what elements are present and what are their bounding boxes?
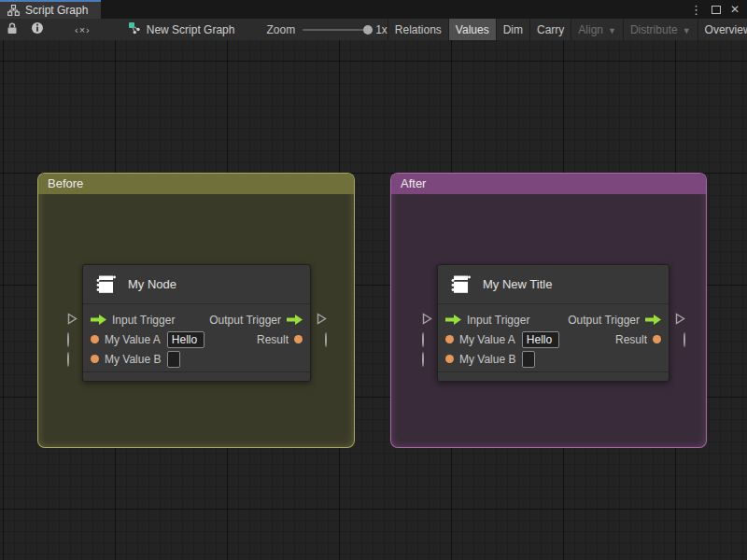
value-b-outer-port[interactable]: [422, 353, 424, 366]
result-outer-port[interactable]: [325, 333, 327, 346]
node-title: My Node: [128, 277, 176, 291]
code-icon: ‹×›: [58, 24, 107, 35]
distribute-dropdown[interactable]: Distribute ▼: [624, 19, 698, 40]
value-a-outer-port[interactable]: [422, 333, 424, 346]
value-b-outer-port[interactable]: [67, 353, 69, 366]
align-label: Align: [578, 23, 603, 36]
close-icon[interactable]: ✕: [730, 4, 740, 15]
distribute-label: Distribute: [630, 23, 678, 36]
input-trigger-outer-port[interactable]: [67, 313, 78, 328]
flow-arrow-icon[interactable]: [91, 315, 106, 325]
output-trigger-outer-port[interactable]: [317, 313, 327, 328]
graph-asset-button[interactable]: New Script Graph: [119, 19, 245, 40]
graph-toolbar: ‹×› New Script Graph Zoom 1x Rel: [0, 19, 747, 40]
value-b-input[interactable]: [167, 351, 180, 368]
port-row-value-a: My Value A Result: [438, 329, 669, 349]
tab-title: Script Graph: [25, 4, 88, 17]
maximize-icon[interactable]: [712, 6, 721, 14]
values-toggle[interactable]: Values: [449, 19, 496, 40]
relations-toggle[interactable]: Relations: [388, 19, 448, 40]
value-port-icon[interactable]: [91, 355, 99, 363]
chevron-down-icon: ▼: [683, 26, 691, 35]
value-a-input[interactable]: [167, 331, 204, 348]
result-label: Result: [615, 333, 647, 346]
zoom-value: 1x: [375, 23, 388, 36]
flow-arrow-icon[interactable]: [445, 315, 461, 325]
node-my-new-title[interactable]: My New Title Input Trigger Output Trigge…: [437, 264, 669, 382]
info-icon: [31, 21, 44, 37]
info-button[interactable]: [24, 19, 50, 40]
flow-arrow-icon[interactable]: [287, 315, 303, 325]
window-menu-icon[interactable]: ⋮: [690, 4, 702, 16]
dim-toggle[interactable]: Dim: [497, 19, 529, 40]
port-row-trigger: Input Trigger Output Trigger: [83, 310, 310, 329]
group-after-header[interactable]: After: [391, 174, 706, 194]
value-a-input[interactable]: [522, 331, 559, 348]
output-trigger-label: Output Trigger: [568, 314, 640, 327]
value-b-label: My Value B: [459, 353, 515, 366]
value-b-input[interactable]: [522, 351, 535, 368]
port-row-value-b: My Value B: [83, 349, 310, 369]
code-view-button[interactable]: ‹×›: [50, 19, 115, 40]
node-title: My New Title: [483, 277, 552, 291]
graph-nodes-icon: [128, 21, 141, 37]
overview-button[interactable]: Overview: [698, 19, 747, 40]
node-body: Input Trigger Output Trigger My Value: [83, 304, 310, 369]
zoom-slider[interactable]: [303, 29, 368, 31]
graph-name-label: New Script Graph: [147, 23, 235, 36]
tab-script-graph[interactable]: Script Graph: [0, 0, 101, 19]
script-graph-window: Script Graph ⋮ ✕: [0, 0, 747, 560]
node-my-node[interactable]: My Node Input Trigger Output Trigger: [82, 264, 311, 382]
zoom-slider-handle[interactable]: [363, 25, 373, 35]
value-port-icon[interactable]: [445, 355, 454, 363]
result-outer-port[interactable]: [684, 333, 685, 346]
lock-icon: [7, 22, 18, 37]
toolbar-toggles: Relations Values Dim Carry Align ▼ Distr…: [388, 19, 747, 40]
node-header[interactable]: My New Title: [438, 265, 669, 304]
port-row-value-b: My Value B: [438, 349, 669, 369]
window-controls: ⋮ ✕: [690, 0, 747, 19]
flow-arrow-icon[interactable]: [645, 315, 661, 325]
node-footer: [83, 371, 310, 381]
align-dropdown[interactable]: Align ▼: [571, 19, 623, 40]
zoom-label: Zoom: [266, 23, 295, 36]
value-a-label: My Value A: [459, 333, 515, 346]
lock-button[interactable]: [0, 19, 24, 40]
value-b-label: My Value B: [105, 353, 161, 366]
graph-canvas[interactable]: Before After My Node: [0, 40, 747, 560]
value-port-icon[interactable]: [91, 335, 99, 343]
input-trigger-label: Input Trigger: [112, 314, 175, 327]
input-trigger-outer-port[interactable]: [422, 313, 432, 328]
result-label: Result: [257, 333, 289, 346]
node-body: Input Trigger Output Trigger My Value: [438, 304, 669, 369]
value-port-icon[interactable]: [445, 335, 454, 343]
port-row-value-a: My Value A Result: [83, 329, 310, 349]
group-before-header[interactable]: Before: [38, 174, 354, 194]
value-a-label: My Value A: [105, 333, 161, 346]
tab-bar: Script Graph ⋮ ✕: [0, 0, 747, 19]
output-trigger-outer-port[interactable]: [675, 313, 685, 328]
output-trigger-label: Output Trigger: [209, 314, 281, 327]
zoom-control: Zoom 1x: [244, 19, 387, 40]
value-port-icon[interactable]: [653, 335, 661, 343]
carry-toggle[interactable]: Carry: [530, 19, 571, 40]
unit-icon: [449, 273, 472, 296]
chevron-down-icon: ▼: [608, 26, 616, 35]
value-a-outer-port[interactable]: [67, 333, 69, 346]
input-trigger-label: Input Trigger: [467, 314, 529, 327]
node-footer: [438, 371, 669, 381]
unit-icon: [94, 273, 118, 296]
port-row-trigger: Input Trigger Output Trigger: [438, 310, 669, 329]
hierarchy-icon: [7, 5, 20, 16]
value-port-icon[interactable]: [294, 335, 303, 343]
node-header[interactable]: My Node: [83, 265, 310, 304]
